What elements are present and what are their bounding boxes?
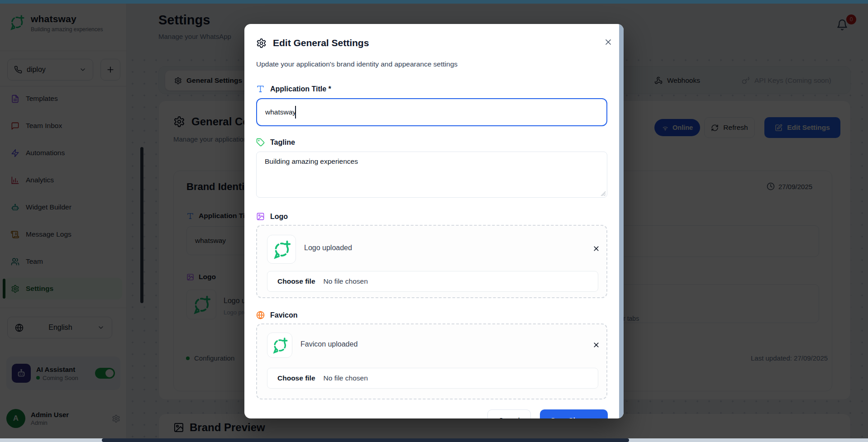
top-accent-bar (0, 0, 868, 4)
modal-scrollbar[interactable] (619, 24, 624, 418)
close-icon (604, 38, 613, 47)
favicon-file-input[interactable]: Choose file No file chosen (267, 368, 598, 389)
remove-favicon-button[interactable] (590, 338, 602, 351)
modal-title: Edit General Settings (273, 38, 369, 48)
favicon-uploaded-thumbnail (267, 333, 292, 358)
text-caret (295, 106, 296, 119)
whatsway-logo-icon (271, 336, 289, 354)
horizontal-scrollbar-thumb[interactable] (102, 438, 629, 442)
type-icon (256, 85, 265, 93)
choose-file-button[interactable]: Choose file (277, 277, 315, 285)
modal-subtitle: Update your application's brand identity… (256, 60, 458, 68)
no-file-chosen-text: No file chosen (324, 277, 368, 285)
tagline-textarea[interactable]: Building amazing experiences (256, 152, 607, 198)
remove-logo-button[interactable] (590, 242, 602, 255)
edit-general-settings-modal: Edit General Settings Update your applic… (244, 24, 624, 418)
no-file-chosen-text: No file chosen (324, 374, 368, 382)
tagline-label: Tagline (256, 138, 295, 147)
application-title-input[interactable] (256, 98, 607, 126)
choose-file-button[interactable]: Choose file (277, 374, 315, 382)
favicon-label: Favicon (256, 311, 297, 319)
save-changes-button[interactable]: Save Changes (540, 409, 608, 418)
close-button[interactable] (601, 35, 615, 49)
whatsway-logo-icon (271, 239, 292, 260)
close-icon (592, 341, 600, 349)
tag-icon (256, 138, 265, 147)
favicon-status-text: Favicon uploaded (300, 340, 358, 348)
image-icon (256, 212, 265, 221)
logo-uploaded-thumbnail (267, 235, 296, 264)
cancel-button[interactable]: Cancel (487, 409, 531, 418)
favicon-upload-zone: Favicon uploaded Choose file No file cho… (256, 323, 607, 399)
logo-status-text: Logo uploaded (304, 244, 352, 252)
gear-icon (256, 38, 267, 48)
horizontal-scrollbar[interactable] (0, 438, 868, 442)
application-title-field (256, 98, 607, 126)
logo-label: Logo (256, 212, 288, 221)
close-icon (592, 245, 600, 252)
logo-file-input[interactable]: Choose file No file chosen (267, 271, 598, 292)
application-title-label: Application Title * (256, 85, 331, 93)
logo-upload-zone: Logo uploaded Choose file No file chosen (256, 225, 607, 298)
globe-icon (256, 311, 265, 319)
